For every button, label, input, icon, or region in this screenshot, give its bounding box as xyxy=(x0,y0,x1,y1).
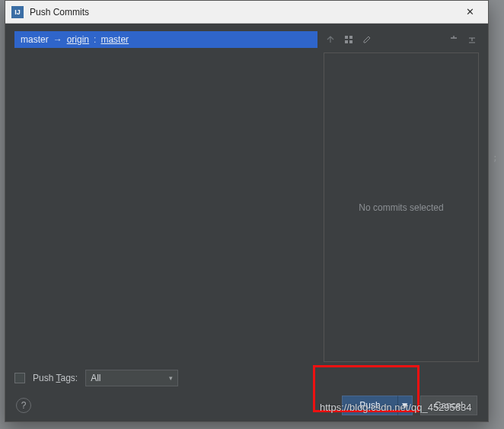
local-branch: master xyxy=(21,34,49,45)
left-column: master → origin : master xyxy=(14,31,317,362)
push-tags-label: Push Tags: xyxy=(33,373,78,383)
svg-rect-0 xyxy=(345,36,348,39)
collapse-icon[interactable] xyxy=(467,34,477,45)
right-column: No commits selected xyxy=(324,31,479,362)
dialog-footer: Push Tags: All ▾ ? Push ▼ Cancel xyxy=(14,370,479,415)
toolbar-right-group xyxy=(448,34,477,45)
push-commits-dialog: IJ Push Commits ✕ master → origin : mast… xyxy=(5,0,489,422)
commits-tree-panel[interactable] xyxy=(14,48,317,362)
help-button[interactable]: ? xyxy=(16,398,31,413)
arrow-icon: → xyxy=(53,34,62,45)
empty-state-text: No commits selected xyxy=(359,202,443,213)
push-tags-row: Push Tags: All ▾ xyxy=(14,370,479,386)
diff-panel: No commits selected xyxy=(324,52,479,362)
chevron-down-icon: ▾ xyxy=(169,374,173,382)
svg-rect-3 xyxy=(349,40,352,43)
push-tags-select[interactable]: All ▾ xyxy=(85,370,178,386)
help-icon: ? xyxy=(21,400,27,411)
dialog-body: master → origin : master xyxy=(5,24,488,421)
push-split-button: Push ▼ xyxy=(342,396,412,415)
app-icon: IJ xyxy=(11,6,24,18)
close-icon[interactable]: ✕ xyxy=(458,6,482,17)
button-group: Push ▼ Cancel xyxy=(342,396,477,415)
diff-toolbar xyxy=(324,31,479,48)
branch-bar[interactable]: master → origin : master xyxy=(14,31,317,48)
titlebar: IJ Push Commits ✕ xyxy=(5,1,488,24)
push-tags-checkbox[interactable] xyxy=(14,373,25,383)
edit-icon[interactable] xyxy=(362,34,372,45)
remote-branch-link[interactable]: master xyxy=(100,34,129,45)
grid-icon[interactable] xyxy=(343,34,354,45)
pin-icon[interactable] xyxy=(325,34,336,45)
push-button[interactable]: Push xyxy=(342,396,397,415)
separator: : xyxy=(94,34,96,45)
svg-rect-2 xyxy=(345,40,348,43)
cancel-button[interactable]: Cancel xyxy=(420,396,477,415)
remote-link[interactable]: origin xyxy=(67,34,89,45)
push-dropdown-button[interactable]: ▼ xyxy=(397,396,413,415)
window-title: Push Commits xyxy=(30,7,458,17)
caret-down-icon: ▼ xyxy=(400,400,410,411)
expand-icon[interactable] xyxy=(448,34,459,45)
toolbar-left-group xyxy=(325,34,372,45)
action-row: ? Push ▼ Cancel xyxy=(14,396,479,415)
svg-rect-1 xyxy=(349,36,352,39)
select-value: All xyxy=(91,373,100,383)
main-row: master → origin : master xyxy=(14,31,479,362)
